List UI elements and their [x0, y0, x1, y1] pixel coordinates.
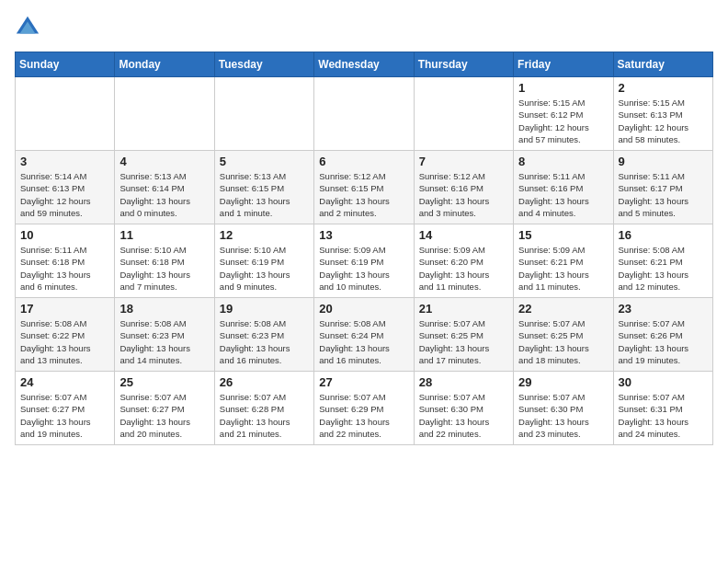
- day-number: 5: [220, 155, 309, 168]
- day-info: Sunrise: 5:12 AM Sunset: 6:15 PM Dayligh…: [319, 170, 408, 219]
- day-info: Sunrise: 5:07 AM Sunset: 6:25 PM Dayligh…: [518, 317, 608, 366]
- day-info: Sunrise: 5:07 AM Sunset: 6:30 PM Dayligh…: [419, 391, 508, 440]
- calendar-cell: 17Sunrise: 5:08 AM Sunset: 6:22 PM Dayli…: [16, 298, 115, 372]
- day-number: 10: [20, 228, 109, 242]
- day-number: 21: [419, 302, 508, 316]
- calendar-cell: 29Sunrise: 5:07 AM Sunset: 6:30 PM Dayli…: [514, 372, 613, 445]
- day-info: Sunrise: 5:13 AM Sunset: 6:14 PM Dayligh…: [119, 170, 209, 219]
- logo-icon: [15, 15, 40, 40]
- day-number: 13: [319, 228, 408, 242]
- day-info: Sunrise: 5:13 AM Sunset: 6:15 PM Dayligh…: [220, 170, 309, 219]
- calendar-cell: 7Sunrise: 5:12 AM Sunset: 6:16 PM Daylig…: [414, 151, 513, 224]
- day-info: Sunrise: 5:07 AM Sunset: 6:31 PM Dayligh…: [619, 391, 708, 440]
- day-info: Sunrise: 5:15 AM Sunset: 6:13 PM Dayligh…: [619, 97, 708, 145]
- calendar-cell: 30Sunrise: 5:07 AM Sunset: 6:31 PM Dayli…: [613, 372, 712, 445]
- day-info: Sunrise: 5:07 AM Sunset: 6:27 PM Dayligh…: [20, 391, 109, 440]
- calendar-cell: 10Sunrise: 5:11 AM Sunset: 6:18 PM Dayli…: [16, 224, 115, 298]
- day-of-week-header: Friday: [514, 52, 613, 77]
- calendar-week-row: 3Sunrise: 5:14 AM Sunset: 6:13 PM Daylig…: [16, 151, 713, 224]
- day-number: 17: [20, 302, 109, 316]
- day-of-week-header: Saturday: [613, 52, 712, 77]
- calendar-cell: 6Sunrise: 5:12 AM Sunset: 6:15 PM Daylig…: [314, 151, 414, 224]
- calendar-cell: [314, 77, 414, 151]
- day-of-week-header: Sunday: [16, 52, 115, 77]
- day-number: 20: [319, 302, 408, 316]
- calendar-week-row: 1Sunrise: 5:15 AM Sunset: 6:12 PM Daylig…: [16, 77, 713, 151]
- day-number: 4: [119, 155, 209, 168]
- day-number: 14: [419, 228, 508, 242]
- calendar-cell: 1Sunrise: 5:15 AM Sunset: 6:12 PM Daylig…: [514, 77, 613, 151]
- calendar-cell: 23Sunrise: 5:07 AM Sunset: 6:26 PM Dayli…: [613, 298, 712, 372]
- day-info: Sunrise: 5:10 AM Sunset: 6:19 PM Dayligh…: [220, 244, 309, 293]
- calendar-cell: [16, 77, 115, 151]
- day-info: Sunrise: 5:11 AM Sunset: 6:18 PM Dayligh…: [20, 244, 109, 293]
- calendar-cell: 21Sunrise: 5:07 AM Sunset: 6:25 PM Dayli…: [414, 298, 513, 372]
- day-number: 19: [220, 302, 309, 316]
- calendar-cell: 19Sunrise: 5:08 AM Sunset: 6:23 PM Dayli…: [214, 298, 313, 372]
- day-number: 1: [518, 81, 608, 95]
- day-info: Sunrise: 5:09 AM Sunset: 6:19 PM Dayligh…: [319, 244, 408, 293]
- calendar-week-row: 17Sunrise: 5:08 AM Sunset: 6:22 PM Dayli…: [16, 298, 713, 372]
- day-info: Sunrise: 5:11 AM Sunset: 6:17 PM Dayligh…: [619, 170, 708, 219]
- day-number: 3: [20, 155, 109, 168]
- day-number: 28: [419, 375, 508, 389]
- day-number: 16: [619, 228, 708, 242]
- day-info: Sunrise: 5:10 AM Sunset: 6:18 PM Dayligh…: [119, 244, 209, 293]
- day-number: 6: [319, 155, 408, 168]
- calendar-cell: 27Sunrise: 5:07 AM Sunset: 6:29 PM Dayli…: [314, 372, 414, 445]
- calendar-week-row: 10Sunrise: 5:11 AM Sunset: 6:18 PM Dayli…: [16, 224, 713, 298]
- day-of-week-header: Monday: [115, 52, 214, 77]
- day-number: 27: [319, 375, 408, 389]
- day-info: Sunrise: 5:07 AM Sunset: 6:25 PM Dayligh…: [419, 317, 508, 366]
- day-number: 25: [119, 375, 209, 389]
- day-info: Sunrise: 5:07 AM Sunset: 6:26 PM Dayligh…: [619, 317, 708, 366]
- calendar-cell: [115, 77, 214, 151]
- calendar-cell: 18Sunrise: 5:08 AM Sunset: 6:23 PM Dayli…: [115, 298, 214, 372]
- calendar-cell: 15Sunrise: 5:09 AM Sunset: 6:21 PM Dayli…: [514, 224, 613, 298]
- page-header: [15, 15, 713, 40]
- day-number: 11: [119, 228, 209, 242]
- calendar-cell: 26Sunrise: 5:07 AM Sunset: 6:28 PM Dayli…: [214, 372, 313, 445]
- calendar-cell: [214, 77, 313, 151]
- calendar-header-row: SundayMondayTuesdayWednesdayThursdayFrid…: [16, 52, 713, 77]
- calendar-table: SundayMondayTuesdayWednesdayThursdayFrid…: [15, 52, 713, 445]
- day-number: 29: [518, 375, 608, 389]
- day-number: 8: [518, 155, 608, 168]
- day-of-week-header: Wednesday: [314, 52, 414, 77]
- day-info: Sunrise: 5:14 AM Sunset: 6:13 PM Dayligh…: [20, 170, 109, 219]
- day-info: Sunrise: 5:08 AM Sunset: 6:21 PM Dayligh…: [619, 244, 708, 293]
- day-info: Sunrise: 5:08 AM Sunset: 6:23 PM Dayligh…: [119, 317, 209, 366]
- day-info: Sunrise: 5:12 AM Sunset: 6:16 PM Dayligh…: [419, 170, 508, 219]
- day-number: 9: [619, 155, 708, 168]
- day-info: Sunrise: 5:07 AM Sunset: 6:27 PM Dayligh…: [119, 391, 209, 440]
- calendar-cell: 12Sunrise: 5:10 AM Sunset: 6:19 PM Dayli…: [214, 224, 313, 298]
- calendar-cell: 22Sunrise: 5:07 AM Sunset: 6:25 PM Dayli…: [514, 298, 613, 372]
- day-number: 23: [619, 302, 708, 316]
- calendar-week-row: 24Sunrise: 5:07 AM Sunset: 6:27 PM Dayli…: [16, 372, 713, 445]
- calendar-cell: 3Sunrise: 5:14 AM Sunset: 6:13 PM Daylig…: [16, 151, 115, 224]
- day-number: 26: [220, 375, 309, 389]
- day-number: 24: [20, 375, 109, 389]
- calendar-cell: 25Sunrise: 5:07 AM Sunset: 6:27 PM Dayli…: [115, 372, 214, 445]
- calendar-cell: [414, 77, 513, 151]
- logo: [15, 15, 44, 40]
- calendar-cell: 9Sunrise: 5:11 AM Sunset: 6:17 PM Daylig…: [613, 151, 712, 224]
- day-number: 12: [220, 228, 309, 242]
- calendar-cell: 4Sunrise: 5:13 AM Sunset: 6:14 PM Daylig…: [115, 151, 214, 224]
- calendar-cell: 16Sunrise: 5:08 AM Sunset: 6:21 PM Dayli…: [613, 224, 712, 298]
- day-info: Sunrise: 5:15 AM Sunset: 6:12 PM Dayligh…: [518, 97, 608, 145]
- day-number: 30: [619, 375, 708, 389]
- day-number: 2: [619, 81, 708, 95]
- calendar-cell: 13Sunrise: 5:09 AM Sunset: 6:19 PM Dayli…: [314, 224, 414, 298]
- day-info: Sunrise: 5:09 AM Sunset: 6:21 PM Dayligh…: [518, 244, 608, 293]
- day-info: Sunrise: 5:07 AM Sunset: 6:29 PM Dayligh…: [319, 391, 408, 440]
- calendar-cell: 2Sunrise: 5:15 AM Sunset: 6:13 PM Daylig…: [613, 77, 712, 151]
- day-info: Sunrise: 5:08 AM Sunset: 6:22 PM Dayligh…: [20, 317, 109, 366]
- day-number: 15: [518, 228, 608, 242]
- day-number: 18: [119, 302, 209, 316]
- calendar-cell: 5Sunrise: 5:13 AM Sunset: 6:15 PM Daylig…: [214, 151, 313, 224]
- calendar-cell: 8Sunrise: 5:11 AM Sunset: 6:16 PM Daylig…: [514, 151, 613, 224]
- day-info: Sunrise: 5:11 AM Sunset: 6:16 PM Dayligh…: [518, 170, 608, 219]
- day-info: Sunrise: 5:09 AM Sunset: 6:20 PM Dayligh…: [419, 244, 508, 293]
- day-info: Sunrise: 5:07 AM Sunset: 6:28 PM Dayligh…: [220, 391, 309, 440]
